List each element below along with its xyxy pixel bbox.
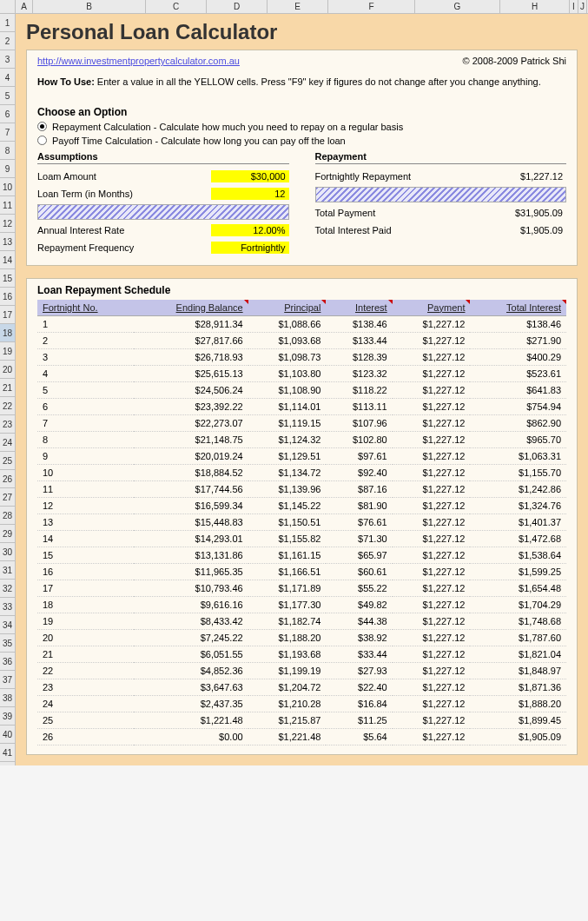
sched-col-header: Fortnight No. [37,300,134,316]
table-row: 20$7,245.22$1,188.20$38.92$1,227.12$1,78… [37,629,566,646]
table-row: 26$0.00$1,221.48$5.64$1,227.12$1,905.09 [37,728,566,745]
sched-col-header: Ending Balance [134,300,248,316]
fort-repay-label: Fortnightly Repayment [315,171,412,182]
row-header[interactable]: 5 [0,87,16,105]
row-header[interactable]: 32 [0,580,16,598]
schedule-head: Loan Repayment Schedule [37,284,566,296]
row-header[interactable]: 1 [0,14,16,32]
annual-rate-label: Annual Interest Rate [37,225,124,235]
row-header[interactable]: 25 [0,452,16,470]
col-header[interactable]: D [207,0,268,13]
row-header[interactable]: 30 [0,543,16,561]
table-row: 21$6,051.55$1,193.68$33.44$1,227.12$1,82… [37,646,566,662]
column-headers: ABCDEFGHIJ [0,0,588,14]
col-header[interactable]: H [500,0,570,13]
row-header[interactable]: 17 [0,306,16,324]
row-header[interactable]: 2 [0,32,16,50]
total-int-value: $1,905.09 [488,224,566,236]
row-header[interactable]: 6 [0,105,16,123]
loan-amount-input[interactable]: $30,000 [211,170,289,182]
row-header[interactable]: 14 [0,251,16,269]
table-row: 22$4,852.36$1,199.19$27.93$1,227.12$1,84… [37,662,566,679]
row-header[interactable]: 22 [0,397,16,415]
row-header[interactable]: 4 [0,69,16,87]
loan-amount-label: Loam Amount [37,171,96,182]
col-header[interactable]: A [16,0,33,13]
row-header[interactable]: 11 [0,196,16,215]
sched-col-header: Interest [326,300,392,316]
row-header[interactable]: 23 [0,415,16,434]
col-header[interactable]: B [33,0,146,13]
row-header[interactable]: 34 [0,616,16,634]
row-header[interactable]: 20 [0,361,16,379]
col-header[interactable]: E [268,0,328,13]
table-row: 8$21,148.75$1,124.32$102.80$1,227.12$965… [37,431,566,447]
row-header[interactable]: 24 [0,434,16,452]
hatch-divider [37,204,289,220]
col-header[interactable]: I [570,0,578,13]
option-repayment[interactable]: Repayment Calculation - Calculate how mu… [37,122,566,132]
row-header[interactable]: 36 [0,653,16,671]
page-title: Personal Loan Calculator [26,18,578,48]
row-header[interactable]: 18 [0,324,16,342]
row-header[interactable]: 40 [0,726,16,744]
copyright: © 2008-2009 Patrick Shi [463,56,566,66]
info-panel: http://www.investmentpropertycalculator.… [26,50,578,266]
table-row: 7$22,273.07$1,119.15$107.96$1,227.12$862… [37,414,566,431]
table-row: 5$24,506.24$1,108.90$118.22$1,227.12$641… [37,381,566,398]
row-header[interactable]: 41 [0,744,16,762]
table-row: 19$8,433.42$1,182.74$44.38$1,227.12$1,74… [37,613,566,629]
radio-on-icon [37,122,47,131]
row-header[interactable]: 3 [0,50,16,69]
row-header[interactable]: 16 [0,288,16,306]
table-row: 14$14,293.01$1,155.82$71.30$1,227.12$1,4… [37,530,566,547]
row-header[interactable]: 12 [0,215,16,233]
table-row: 9$20,019.24$1,129.51$97.61$1,227.12$1,06… [37,447,566,464]
table-row: 18$9,616.16$1,177.30$49.82$1,227.12$1,70… [37,596,566,613]
table-row: 24$2,437.35$1,210.28$16.84$1,227.12$1,88… [37,695,566,712]
table-row: 1$28,911.34$1,088.66$138.46$1,227.12$138… [37,315,566,332]
table-row: 6$23,392.22$1,114.01$113.11$1,227.12$754… [37,398,566,414]
row-header[interactable]: 10 [0,178,16,196]
row-header[interactable]: 15 [0,269,16,288]
col-header[interactable]: F [328,0,415,13]
loan-term-input[interactable]: 12 [211,188,289,200]
row-header[interactable]: 7 [0,123,16,142]
annual-rate-input[interactable]: 12.00% [211,224,289,236]
table-row: 10$18,884.52$1,134.72$92.40$1,227.12$1,1… [37,464,566,480]
row-header[interactable]: 31 [0,561,16,580]
row-header[interactable]: 21 [0,379,16,397]
row-header[interactable]: 39 [0,707,16,726]
total-pay-label: Total Payment [315,208,376,218]
row-header[interactable]: 27 [0,488,16,507]
sched-col-header: Total Interest [470,300,566,316]
table-row: 2$27,817.66$1,093.68$133.44$1,227.12$271… [37,332,566,348]
repayment-head: Repayment [315,151,567,164]
col-header[interactable]: J [578,0,587,13]
source-link[interactable]: http://www.investmentpropertycalculator.… [37,56,240,66]
table-row: 13$15,448.83$1,150.51$76.61$1,227.12$1,4… [37,514,566,530]
col-header[interactable]: C [146,0,207,13]
row-header[interactable]: 8 [0,142,16,160]
row-header[interactable]: 28 [0,507,16,525]
row-header[interactable]: 33 [0,598,16,616]
row-header[interactable]: 26 [0,470,16,488]
total-int-label: Total Interest Paid [315,225,392,235]
row-header[interactable]: 9 [0,160,16,178]
option-payoff[interactable]: Payoff Time Calculation - Calculate how … [37,136,566,146]
table-row: 12$16,599.34$1,145.22$81.90$1,227.12$1,3… [37,497,566,514]
row-header[interactable]: 35 [0,634,16,653]
row-header[interactable]: 19 [0,342,16,361]
choose-option-head: Choose an Option [37,106,566,118]
row-header[interactable]: 42 [0,762,16,765]
table-row: 17$10,793.46$1,171.89$55.22$1,227.12$1,6… [37,580,566,596]
schedule-panel: Loan Repayment Schedule Fortnight No.End… [26,278,578,755]
sched-col-header: Principal [248,300,327,316]
row-header[interactable]: 38 [0,689,16,707]
row-header[interactable]: 29 [0,525,16,543]
row-header[interactable]: 13 [0,233,16,251]
col-header[interactable]: G [415,0,500,13]
fort-repay-value: $1,227.12 [488,170,566,182]
row-header[interactable]: 37 [0,671,16,689]
freq-input[interactable]: Fortnightly [211,242,289,254]
